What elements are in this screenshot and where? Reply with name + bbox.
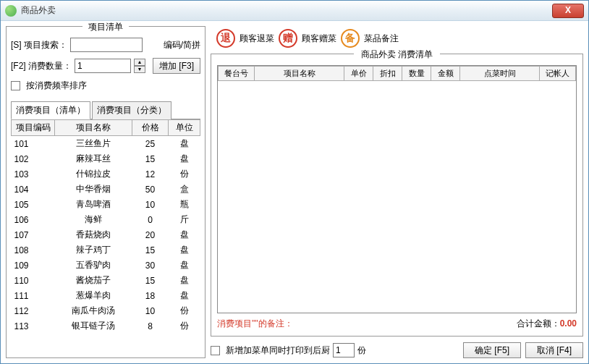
- table-row[interactable]: 106海鲜0斤: [12, 212, 200, 227]
- tab-list[interactable]: 消费项目（清单）: [11, 101, 90, 119]
- ocol-time[interactable]: 点菜时间: [460, 67, 540, 81]
- ocol-name[interactable]: 项目名称: [255, 67, 344, 81]
- copies-unit: 份: [357, 344, 366, 357]
- total-value: 0.00: [560, 318, 577, 329]
- table-row[interactable]: 104中华香烟50盒: [12, 182, 200, 197]
- titlebar: 商品外卖 X: [1, 1, 588, 21]
- remark-text: 消费项目""的备注：: [217, 318, 293, 330]
- cancel-button[interactable]: 取消 [F4]: [525, 342, 583, 358]
- search-label: [S] 项目搜索：: [11, 39, 67, 51]
- close-button[interactable]: X: [552, 4, 584, 18]
- gift-label: 顾客赠菜: [302, 33, 336, 45]
- print-label: 新增加菜单同时打印到后厨: [226, 344, 330, 357]
- gift-icon[interactable]: 赠: [279, 29, 297, 48]
- table-row[interactable]: 101三丝鱼片25盘: [12, 136, 200, 152]
- col-unit[interactable]: 单位: [169, 120, 200, 136]
- item-grid[interactable]: 项目编码 项目名称 价格 单位 101三丝鱼片25盘102麻辣耳丝15盘103什…: [11, 119, 200, 353]
- table-row[interactable]: 107香菇烧肉20盘: [12, 227, 200, 242]
- qty-input[interactable]: [75, 59, 131, 73]
- ocol-table[interactable]: 餐台号: [219, 67, 255, 81]
- note-icon[interactable]: 备: [341, 29, 360, 48]
- total-label: 合计金额：: [517, 318, 560, 329]
- col-name[interactable]: 项目名称: [55, 120, 132, 136]
- ocol-acct[interactable]: 记帐人: [540, 67, 576, 81]
- search-input[interactable]: [70, 38, 143, 52]
- left-fieldset-title: 项目清单: [11, 21, 200, 33]
- right-fieldset-title: 商品外卖 消费清单: [217, 48, 577, 61]
- table-row[interactable]: 113银耳链子汤8份: [12, 318, 200, 334]
- right-panel: 退 顾客退菜 赠 顾客赠菜 备 菜品备注 商品外卖 消费清单 餐台号 项目名称 …: [211, 26, 583, 358]
- left-panel: 项目清单 [S] 项目搜索： 编码/简拼 [F2] 消费数量： ▲▼ 增加 [F…: [6, 26, 205, 358]
- tab-category[interactable]: 消费项目（分类）: [92, 101, 171, 119]
- table-row[interactable]: 105青岛啤酒10瓶: [12, 197, 200, 212]
- ok-button[interactable]: 确定 [F5]: [463, 342, 521, 358]
- sort-checkbox[interactable]: [11, 81, 20, 90]
- table-row[interactable]: 108辣子鸡丁15盘: [12, 242, 200, 258]
- qty-spinner[interactable]: ▲▼: [134, 59, 145, 73]
- print-checkbox[interactable]: [211, 346, 220, 355]
- table-row[interactable]: 112南瓜牛肉汤10份: [12, 303, 200, 318]
- note-label: 菜品备注: [364, 33, 399, 45]
- ocol-qty[interactable]: 数量: [402, 67, 431, 81]
- return-icon[interactable]: 退: [216, 29, 235, 48]
- table-row[interactable]: 102麻辣耳丝15盘: [12, 151, 200, 166]
- order-grid[interactable]: 餐台号 项目名称 单价 折扣 数量 金额 点菜时间 记帐人: [217, 65, 577, 313]
- table-row[interactable]: 103什锦拉皮12份: [12, 166, 200, 182]
- app-icon: [5, 5, 17, 17]
- qty-label: [F2] 消费数量：: [11, 60, 72, 72]
- sort-label: 按消费频率排序: [26, 80, 87, 92]
- add-button[interactable]: 增加 [F3]: [153, 58, 200, 74]
- ocol-price[interactable]: 单价: [344, 67, 373, 81]
- table-row[interactable]: 111葱爆羊肉18盘: [12, 288, 200, 303]
- return-label: 顾客退菜: [240, 33, 274, 45]
- ocol-amt[interactable]: 金额: [431, 67, 460, 81]
- table-row[interactable]: 110酱烧茄子15盘: [12, 273, 200, 288]
- col-code[interactable]: 项目编码: [12, 120, 55, 136]
- col-price[interactable]: 价格: [132, 120, 169, 136]
- search-hint: 编码/简拼: [164, 39, 200, 51]
- copies-input[interactable]: [333, 343, 355, 357]
- window-title: 商品外卖: [21, 4, 552, 17]
- ocol-disc[interactable]: 折扣: [373, 67, 402, 81]
- table-row[interactable]: 109五香驴肉30盘: [12, 258, 200, 273]
